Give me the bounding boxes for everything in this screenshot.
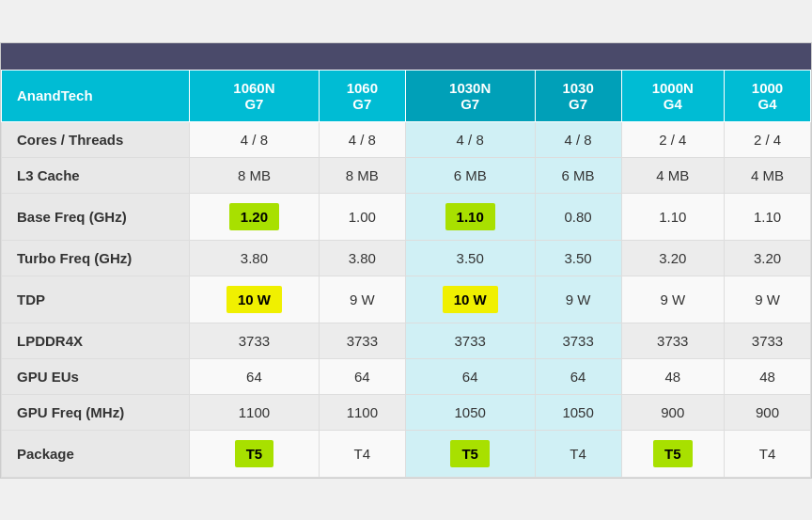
cell-1060ng7: T5 xyxy=(190,430,320,477)
cell-1060g7: 3733 xyxy=(319,323,405,358)
cell-1030ng7: 1050 xyxy=(405,394,535,430)
cell-1030g7: 3733 xyxy=(535,323,621,358)
row-label: L3 Cache xyxy=(2,157,190,193)
cell-1030ng7: T5 xyxy=(405,430,535,477)
cell-1060ng7: 4 / 8 xyxy=(190,121,320,157)
table-row: L3 Cache8 MB8 MB6 MB6 MB4 MB4 MB xyxy=(2,157,811,193)
cell-1060g7: 1.00 xyxy=(319,193,405,240)
table-row: PackageT5T4T5T4T5T4 xyxy=(2,430,811,477)
cell-1030g7: 64 xyxy=(535,358,621,394)
cell-1060ng7: 10 W xyxy=(190,276,320,323)
column-header-spec: AnandTech xyxy=(2,70,190,121)
cell-1000g4: 48 xyxy=(725,358,811,394)
cell-1030ng7: 4 / 8 xyxy=(405,121,535,157)
table-row: GPU Freq (MHz)1100110010501050900900 xyxy=(2,394,811,430)
cell-1060g7: 4 / 8 xyxy=(319,121,405,157)
cell-1060g7: 1100 xyxy=(319,394,405,430)
highlight-green: 1.10 xyxy=(445,203,495,230)
cell-1030g7: T4 xyxy=(535,430,621,477)
cell-1060ng7: 1100 xyxy=(190,394,320,430)
cell-1060g7: 8 MB xyxy=(319,157,405,193)
cell-1000ng4: 9 W xyxy=(621,276,725,323)
highlight-green: T5 xyxy=(235,440,274,467)
cell-1000g4: 900 xyxy=(725,394,811,430)
cell-1000ng4: 3.20 xyxy=(621,240,725,276)
cell-1000ng4: 1.10 xyxy=(621,193,725,240)
cell-1060g7: T4 xyxy=(319,430,405,477)
cell-1060ng7: 3.80 xyxy=(190,240,320,276)
row-label: TDP xyxy=(2,276,190,323)
table-row: LPDDR4X373337333733373337333733 xyxy=(2,323,811,358)
column-header-1060g7: 1060G7 xyxy=(319,70,405,121)
row-label: Cores / Threads xyxy=(2,121,190,157)
table-row: Base Freq (GHz)1.201.001.100.801.101.10 xyxy=(2,193,811,240)
cell-1030ng7: 1.10 xyxy=(405,193,535,240)
comparison-table: AnandTech1060NG71060G71030NG71030G71000N… xyxy=(1,70,811,478)
table-row: Cores / Threads4 / 84 / 84 / 84 / 82 / 4… xyxy=(2,121,811,157)
cell-1030ng7: 3733 xyxy=(405,323,535,358)
cell-1060ng7: 64 xyxy=(190,358,320,394)
column-header-1030g7: 1030G7 xyxy=(535,70,621,121)
cell-1060ng7: 8 MB xyxy=(190,157,320,193)
table-row: TDP10 W9 W10 W9 W9 W9 W xyxy=(2,276,811,323)
cell-1030g7: 4 / 8 xyxy=(535,121,621,157)
row-label: Turbo Freq (GHz) xyxy=(2,240,190,276)
row-label: Base Freq (GHz) xyxy=(2,193,190,240)
table-title xyxy=(1,43,811,70)
cell-1060ng7: 1.20 xyxy=(190,193,320,240)
main-container: AnandTech1060NG71060G71030NG71030G71000N… xyxy=(0,42,812,479)
highlight-green: T5 xyxy=(653,440,693,467)
cell-1000g4: 2 / 4 xyxy=(725,121,811,157)
cell-1000ng4: 4 MB xyxy=(621,157,725,193)
cell-1030ng7: 3.50 xyxy=(405,240,535,276)
cell-1000ng4: 2 / 4 xyxy=(621,121,725,157)
cell-1030g7: 3.50 xyxy=(535,240,621,276)
cell-1000ng4: 900 xyxy=(621,394,725,430)
cell-1000ng4: 48 xyxy=(621,358,725,394)
cell-1030ng7: 6 MB xyxy=(405,157,535,193)
row-label: Package xyxy=(2,430,190,477)
cell-1030ng7: 64 xyxy=(405,358,535,394)
cell-1000ng4: 3733 xyxy=(621,323,725,358)
cell-1060g7: 3.80 xyxy=(319,240,405,276)
table-row: Turbo Freq (GHz)3.803.803.503.503.203.20 xyxy=(2,240,811,276)
cell-1030g7: 9 W xyxy=(535,276,621,323)
cell-1000g4: 1.10 xyxy=(725,193,811,240)
highlight-green: T5 xyxy=(450,440,490,467)
cell-1030g7: 6 MB xyxy=(535,157,621,193)
row-label: GPU EUs xyxy=(2,358,190,394)
cell-1060ng7: 3733 xyxy=(190,323,320,358)
cell-1000ng4: T5 xyxy=(621,430,725,477)
cell-1000g4: 4 MB xyxy=(725,157,811,193)
cell-1030ng7: 10 W xyxy=(405,276,535,323)
cell-1000g4: 3.20 xyxy=(725,240,811,276)
column-header-1000ng4: 1000NG4 xyxy=(621,70,725,121)
table-row: GPU EUs646464644848 xyxy=(2,358,811,394)
row-label: LPDDR4X xyxy=(2,323,190,358)
cell-1030g7: 0.80 xyxy=(535,193,621,240)
cell-1000g4: 3733 xyxy=(725,323,811,358)
column-header-1000g4: 1000G4 xyxy=(725,70,811,121)
highlight-yellow: 10 W xyxy=(226,286,282,313)
cell-1030g7: 1050 xyxy=(535,394,621,430)
column-header-1030ng7: 1030NG7 xyxy=(405,70,535,121)
cell-1060g7: 9 W xyxy=(319,276,405,323)
cell-1000g4: T4 xyxy=(725,430,811,477)
highlight-yellow: 10 W xyxy=(443,286,498,313)
row-label: GPU Freq (MHz) xyxy=(2,394,190,430)
cell-1060g7: 64 xyxy=(319,358,405,394)
column-header-1060ng7: 1060NG7 xyxy=(190,70,320,121)
highlight-green: 1.20 xyxy=(229,203,279,230)
cell-1000g4: 9 W xyxy=(725,276,811,323)
